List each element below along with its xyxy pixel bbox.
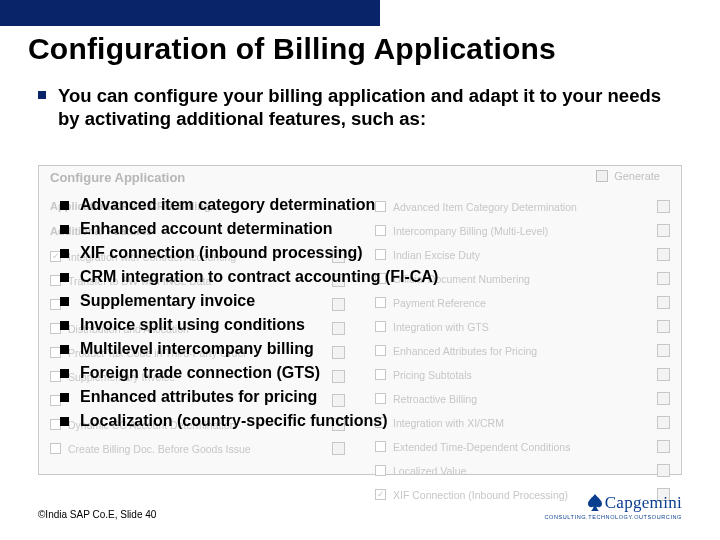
square-bullet-icon [60,369,69,378]
list-item: Enhanced attributes for pricing [60,388,660,406]
footer: ©India SAP Co.E, Slide 40 Capgemini CONS… [38,493,682,520]
square-bullet-icon [60,201,69,210]
checkbox-icon [375,465,386,476]
spade-icon [587,494,603,512]
tool-icon [657,464,670,477]
bg-row: Localized Value [375,464,670,477]
footer-text: ©India SAP Co.E, Slide 40 [38,509,156,520]
tool-icon [332,442,345,455]
logo-word: Capgemini [605,493,682,513]
checkbox-icon [375,441,386,452]
list-item: Enhanced account determination [60,220,660,238]
accent-bar [0,0,380,26]
square-bullet-icon [60,273,69,282]
bg-caption: Configure Application [50,170,185,185]
list-item: XIF connection (inbound processing) [60,244,660,262]
list-item: Supplementary invoice [60,292,660,310]
square-bullet-icon [60,345,69,354]
list-item: Localization (country-specific functions… [60,412,660,430]
square-bullet-icon [60,297,69,306]
page-title: Configuration of Billing Applications [28,32,556,66]
tool-icon [657,440,670,453]
list-item: Multilevel intercompany billing [60,340,660,358]
list-item: Advanced item category determination [60,196,660,214]
slide: Configuration of Billing Applications Yo… [0,0,720,540]
square-bullet-icon [60,417,69,426]
square-bullet-icon [60,321,69,330]
bullet-icon [38,91,46,99]
checkbox-icon [50,443,61,454]
feature-list: Advanced item category determination Enh… [60,196,660,436]
generate-icon [596,170,608,182]
bg-generate: Generate [596,170,660,182]
list-item: Foreign trade connection (GTS) [60,364,660,382]
bg-row: Extended Time-Dependent Conditions [375,440,670,453]
lead-text: You can configure your billing applicati… [58,84,682,130]
square-bullet-icon [60,393,69,402]
logo: Capgemini CONSULTING.TECHNOLOGY.OUTSOURC… [544,493,682,520]
list-item: Invoice split using conditions [60,316,660,334]
square-bullet-icon [60,249,69,258]
logo-main: Capgemini [587,493,682,513]
list-item: CRM integration to contract accounting (… [60,268,660,286]
lead: You can configure your billing applicati… [38,84,682,130]
bg-generate-label: Generate [614,170,660,182]
bg-row: Create Billing Doc. Before Goods Issue [50,442,345,455]
logo-tagline: CONSULTING.TECHNOLOGY.OUTSOURCING [544,514,682,520]
square-bullet-icon [60,225,69,234]
